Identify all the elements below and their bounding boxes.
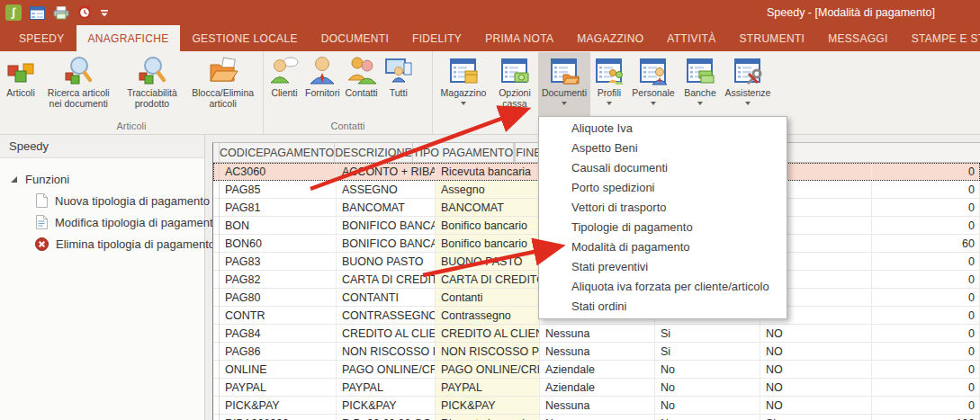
ribbon-tab[interactable]: DOCUMENTI xyxy=(310,25,400,51)
banche-button[interactable]: Banche xyxy=(679,52,722,117)
cell-col5: No xyxy=(655,361,760,378)
menu-item[interactable]: Causali documenti xyxy=(539,158,787,178)
fornitori-button[interactable]: Fornitori xyxy=(302,52,343,117)
qat-dropdown-icon[interactable] xyxy=(100,9,109,17)
column-header[interactable]: CODICEPAGAMENTO xyxy=(220,143,335,162)
cell-tipo-pagamento: Ricevuta bancaria xyxy=(436,163,540,180)
column-header[interactable]: DESCRIZIONE xyxy=(335,143,412,162)
documenti-dropdown-menu: Aliquote Iva Aspetto Beni Causali docume… xyxy=(538,116,787,319)
menu-item[interactable]: Stati ordini xyxy=(539,297,787,317)
cell-gg1: 0 xyxy=(872,343,980,360)
menu-item[interactable]: Tipologie di pagamento xyxy=(539,218,787,237)
cell-descrizione: CARTA DI CREDITO xyxy=(337,271,436,288)
quick-access-toolbar: ∫ xyxy=(5,4,109,21)
opzioni-cassa-button[interactable]: Opzioni cassa xyxy=(491,52,538,117)
articoli-button[interactable]: Articoli xyxy=(3,52,39,117)
window-form-icon[interactable] xyxy=(30,6,45,20)
menu-item[interactable]: Porto spedizioni xyxy=(539,178,787,198)
personale-button[interactable]: Personale xyxy=(628,52,679,117)
sidebar-item-elimina-tipologia[interactable]: Elimina tipologia di pagamento xyxy=(11,233,204,255)
cell-col5: No xyxy=(655,415,760,420)
tracciabilita-button[interactable]: Tracciabilità prodotto xyxy=(119,52,186,117)
cell-tipo-pagamento: Ricevuta bancaria xyxy=(436,415,540,420)
sidebar-item-nuova-tipologia[interactable]: Nuova tipologia di pagamento xyxy=(11,190,204,211)
menu-item[interactable]: Aspetto Beni xyxy=(539,139,787,158)
cell-codicepagamento: PAYPAL xyxy=(220,379,337,396)
table-row[interactable]: PAG84 CREDITO AL CLIENTE CREDITO AL CLIE… xyxy=(213,325,980,343)
cell-tipo-pagamento: Bonifico bancario xyxy=(436,235,540,252)
print-preview-icon[interactable] xyxy=(53,6,69,20)
cell-descrizione: BUONO PASTO xyxy=(337,253,436,270)
ribbon-tab[interactable]: PRIMA NOTA xyxy=(473,25,565,51)
ricerca-articoli-button[interactable]: Ricerca articoli nei documenti xyxy=(39,52,119,117)
contatti-button[interactable]: Contatti xyxy=(343,52,381,117)
cell-col4: Aziendale xyxy=(540,379,655,396)
cell-col4: Nessuna xyxy=(540,415,655,420)
cell-codicepagamento: PAG80 xyxy=(220,289,337,306)
cell-gg1: 0 xyxy=(872,199,980,216)
ribbon-tab[interactable]: MESSAGGI xyxy=(816,25,899,51)
ribbon-tab[interactable]: GESTIONE LOCALE xyxy=(180,25,309,51)
dropdown-caret-icon xyxy=(461,102,466,105)
menu-item[interactable]: Vettori di trasporto xyxy=(539,198,787,218)
profili-button[interactable]: Profili xyxy=(590,52,628,117)
cell-tipo-pagamento: CREDITO AL CLIENTE xyxy=(436,325,540,342)
ribbon-tab[interactable]: MAGAZZINO xyxy=(565,25,655,51)
cell-gg1: 0 xyxy=(872,253,980,270)
clienti-button[interactable]: Clienti xyxy=(266,52,302,117)
cell-descrizione: BONIFICO BANCARIO xyxy=(337,217,436,234)
form-banknotes-icon xyxy=(685,56,715,86)
app-icon[interactable]: ∫ xyxy=(5,4,22,21)
menu-item[interactable]: Aliquota iva forzata per cliente/articol… xyxy=(539,277,787,297)
cell-tipo-pagamento: Assegno xyxy=(436,181,540,198)
delete-icon xyxy=(35,237,49,251)
cell-codicepagamento: AC3060 xyxy=(220,163,337,180)
tree-node-funzioni[interactable]: Funzioni xyxy=(11,168,204,190)
table-row[interactable]: PAYPAL PAYPAL PAYPAL Aziendale No NO 0 xyxy=(213,379,980,397)
ribbon-tab[interactable]: SPEEDY xyxy=(7,25,76,51)
cell-col4: Aziendale xyxy=(540,361,655,378)
monitor-person-icon xyxy=(383,56,414,86)
ribbon-tab[interactable]: STRUMENTI xyxy=(728,25,817,51)
cell-col5: No xyxy=(655,397,760,414)
ribbon-tab[interactable]: ANAGRAFICHE xyxy=(76,25,181,51)
magazzino-button[interactable]: Magazzino xyxy=(436,52,491,117)
cell-col4: Nessuna xyxy=(540,397,655,414)
alarm-icon[interactable] xyxy=(77,5,92,20)
client-person-icon xyxy=(269,56,300,86)
menu-item[interactable]: Stati preventivi xyxy=(539,257,787,277)
menu-item[interactable]: Aliquote Iva xyxy=(539,119,787,139)
dropdown-caret-icon xyxy=(607,102,612,105)
tutti-button[interactable]: Tutti xyxy=(381,52,417,117)
assistenze-button[interactable]: Assistenze xyxy=(722,52,774,117)
dropdown-caret-icon xyxy=(512,112,517,115)
table-row[interactable]: ONLINE PAGO ONLINE/CRE... PAGO ONLINE/CR… xyxy=(213,361,980,379)
cell-descrizione: PAGO ONLINE/CRE... xyxy=(337,361,436,378)
blocca-elimina-button[interactable]: Blocca/Elimina articoli xyxy=(185,52,260,117)
table-row[interactable]: RIBA306090 R.B. 30 60 90 GG F.M. Ricevut… xyxy=(213,415,980,420)
cell-gg1: 0 xyxy=(872,361,980,378)
ribbon-group-articoli: Articoli Ricerca articoli nei documenti xyxy=(0,51,263,134)
cell-gg1: 0 xyxy=(872,325,980,342)
cell-descrizione: ACCONTO + RIBA 3... xyxy=(337,163,436,180)
cell-codicepagamento: BON xyxy=(220,217,337,234)
column-header[interactable]: TIPO PAGAMENTO xyxy=(413,143,514,162)
cell-descrizione: R.B. 30 60 90 GG F.M. xyxy=(337,415,436,420)
tree-expander-icon[interactable] xyxy=(11,176,17,183)
ribbon-tab[interactable]: STAMPE E STATISTICHE xyxy=(900,25,980,51)
cell-codicepagamento: PAG82 xyxy=(220,271,337,288)
table-row[interactable]: PICK&PAY PICK&PAY PICK&PAY Nessuna No NO… xyxy=(213,397,980,415)
cell-codicepagamento: PAG84 xyxy=(220,325,337,342)
cell-col5: Si xyxy=(655,343,760,360)
menu-item[interactable]: Modalità di pagamento xyxy=(539,237,787,257)
ribbon-tab[interactable]: ATTIVITÀ xyxy=(655,25,727,51)
cell-gg1: 100 xyxy=(872,415,980,420)
cell-descrizione: CONTANTI xyxy=(337,289,436,306)
sidebar-item-modifica-tipologia[interactable]: Modifica tipologia di pagamento xyxy=(11,211,204,233)
search-cubes-icon xyxy=(63,56,94,86)
ribbon-tab[interactable]: FIDELITY xyxy=(400,25,473,51)
cell-col4: Nessuna xyxy=(540,343,655,360)
documenti-button[interactable]: Documenti xyxy=(538,52,590,117)
table-row[interactable]: PAG86 NON RISCOSSO PRE... NON RISCOSSO P… xyxy=(213,343,980,361)
cell-tipo-pagamento: BUONO PASTO xyxy=(436,253,540,270)
